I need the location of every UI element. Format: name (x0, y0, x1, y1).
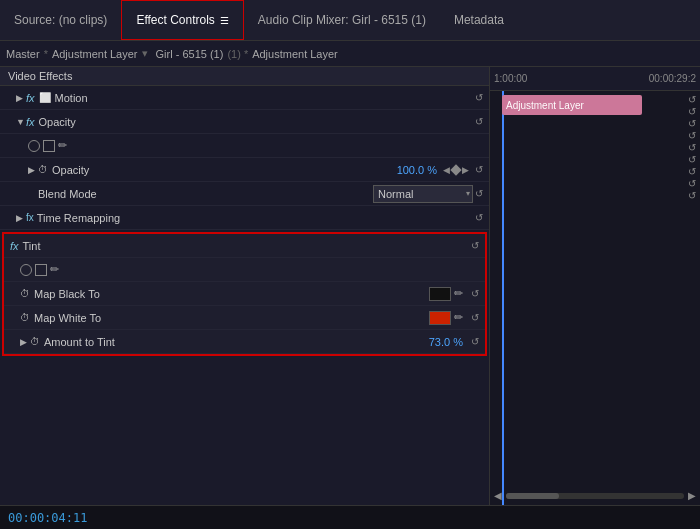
opacity-value-label: Opacity (52, 164, 397, 176)
blend-mode-row: Blend Mode Normal Dissolve Multiply Scre… (0, 182, 489, 206)
opacity-reset[interactable]: ↺ (475, 116, 483, 127)
breadcrumb-clip: Girl - 6515 (1) (156, 48, 224, 60)
reset-btn-1[interactable]: ↺ (688, 95, 696, 105)
opacity-value-reset[interactable]: ↺ (475, 164, 483, 175)
tab-bar: Source: (no clips) Effect Controls ☰ Aud… (0, 0, 700, 41)
amount-arrow[interactable] (20, 337, 30, 347)
main-content: Video Effects fx ⬜ Motion ↺ fx Opacity ↺… (0, 67, 700, 505)
motion-arrow[interactable] (16, 93, 26, 103)
blend-reset[interactable]: ↺ (475, 188, 483, 199)
reset-btn-7[interactable]: ↺ (688, 167, 696, 177)
time-remap-fx: fx (26, 212, 34, 223)
time-remap-label: Time Remapping (37, 212, 473, 224)
reset-btn-3[interactable]: ↺ (688, 119, 696, 129)
motion-icon: ⬜ (39, 92, 51, 103)
tab-source-label: Source: (no clips) (14, 13, 107, 27)
tab-source[interactable]: Source: (no clips) (0, 0, 121, 40)
map-white-pen[interactable]: ✏ (454, 311, 463, 324)
timeline-nav-right[interactable]: ▶ (688, 490, 696, 501)
tint-header-row: fx Tint ↺ (4, 234, 485, 258)
tab-effect-controls-label: Effect Controls (136, 13, 214, 27)
opacity-stopwatch[interactable]: ⏱ (38, 164, 48, 175)
adjustment-clip-label: Adjustment Layer (506, 100, 584, 111)
breadcrumb-clip-layer: Adjustment Layer (252, 48, 338, 60)
timeline-scrollbar[interactable] (506, 493, 684, 499)
map-white-swatch[interactable] (429, 311, 451, 325)
tab-audio-mixer-label: Audio Clip Mixer: Girl - 6515 (1) (258, 13, 426, 27)
tint-label: Tint (23, 240, 469, 252)
opacity-keyframe[interactable] (450, 164, 461, 175)
map-black-row: ⏱ Map Black To ✏ ↺ (4, 282, 485, 306)
tint-square (35, 264, 47, 276)
map-black-pen[interactable]: ✏ (454, 287, 463, 300)
reset-btn-6[interactable]: ↺ (688, 155, 696, 165)
opacity-next[interactable]: ▶ (462, 165, 469, 175)
breadcrumb-dropdown[interactable]: ▾ (142, 47, 148, 60)
motion-fx-badge: fx (26, 92, 35, 104)
status-bar: 00:00:04:11 (0, 505, 700, 529)
time-remapping-row: fx Time Remapping ↺ (0, 206, 489, 230)
reset-btn-5[interactable]: ↺ (688, 143, 696, 153)
opacity-pen[interactable]: ✏ (58, 139, 67, 152)
opacity-value-row: ⏱ Opacity 100.0 % ◀ ▶ ↺ (0, 158, 489, 182)
motion-reset[interactable]: ↺ (475, 92, 483, 103)
breadcrumb-master: Master (6, 48, 40, 60)
opacity-label: Opacity (39, 116, 473, 128)
tab-metadata-label: Metadata (454, 13, 504, 27)
reset-btn-2[interactable]: ↺ (688, 107, 696, 117)
map-black-label: Map Black To (34, 288, 429, 300)
map-white-stopwatch[interactable]: ⏱ (20, 312, 30, 323)
reset-btn-4[interactable]: ↺ (688, 131, 696, 141)
playhead (502, 91, 504, 505)
amount-stopwatch[interactable]: ⏱ (30, 336, 40, 347)
timeline-end-time: 00:00:29:2 (649, 73, 696, 84)
reset-btn-9[interactable]: ↺ (688, 191, 696, 201)
amount-label: Amount to Tint (44, 336, 429, 348)
motion-label: Motion (55, 92, 473, 104)
timeline-nav-left[interactable]: ◀ (494, 490, 502, 501)
timeline-start-time: 1:00:00 (494, 73, 527, 84)
tint-pen[interactable]: ✏ (50, 263, 59, 276)
tint-circle (20, 264, 32, 276)
reset-btn-8[interactable]: ↺ (688, 179, 696, 189)
breadcrumb-sep1: * (44, 48, 48, 60)
left-panel: Video Effects fx ⬜ Motion ↺ fx Opacity ↺… (0, 67, 490, 505)
map-black-stopwatch[interactable]: ⏱ (20, 288, 30, 299)
map-black-reset[interactable]: ↺ (471, 288, 479, 299)
amount-reset[interactable]: ↺ (471, 336, 479, 347)
timeline-header: 1:00:00 00:00:29:2 (490, 67, 700, 91)
reset-all-area: ↺ ↺ ↺ ↺ ↺ ↺ ↺ ↺ ↺ (688, 95, 696, 201)
tab-audio-mixer[interactable]: Audio Clip Mixer: Girl - 6515 (1) (244, 0, 440, 40)
breadcrumb: Master * Adjustment Layer ▾ Girl - 6515 … (0, 41, 700, 67)
map-black-swatch[interactable] (429, 287, 451, 301)
tint-section: fx Tint ↺ ✏ ⏱ Map Black To ✏ ↺ (2, 232, 487, 356)
time-remap-arrow[interactable] (16, 213, 26, 223)
tint-fx-badge: fx (10, 240, 19, 252)
breadcrumb-layer: Adjustment Layer (52, 48, 138, 60)
right-panel: 1:00:00 00:00:29:2 Adjustment Layer ↺ ↺ … (490, 67, 700, 505)
tab-effect-controls[interactable]: Effect Controls ☰ (121, 0, 243, 40)
timeline-nav: ◀ ▶ (490, 490, 700, 501)
adjustment-clip[interactable]: Adjustment Layer (502, 95, 642, 115)
map-white-reset[interactable]: ↺ (471, 312, 479, 323)
opacity-sub-arrow[interactable] (28, 165, 38, 175)
opacity-arrow[interactable] (16, 117, 26, 127)
menu-icon[interactable]: ☰ (220, 15, 229, 26)
video-effects-label: Video Effects (8, 70, 72, 82)
tint-reset[interactable]: ↺ (471, 240, 479, 251)
breadcrumb-sep3: (1) * (227, 48, 248, 60)
timecode: 00:00:04:11 (8, 511, 87, 525)
opacity-row: fx Opacity ↺ (0, 110, 489, 134)
opacity-value[interactable]: 100.0 % (397, 164, 437, 176)
opacity-fx-badge: fx (26, 116, 35, 128)
opacity-square (43, 140, 55, 152)
blend-mode-select[interactable]: Normal Dissolve Multiply Screen (373, 185, 473, 203)
opacity-controls-row: ✏ (0, 134, 489, 158)
map-white-label: Map White To (34, 312, 429, 324)
blend-mode-label: Blend Mode (38, 188, 373, 200)
opacity-circle (28, 140, 40, 152)
tab-metadata[interactable]: Metadata (440, 0, 518, 40)
time-remap-reset[interactable]: ↺ (475, 212, 483, 223)
map-white-row: ⏱ Map White To ✏ ↺ (4, 306, 485, 330)
amount-value[interactable]: 73.0 % (429, 336, 463, 348)
